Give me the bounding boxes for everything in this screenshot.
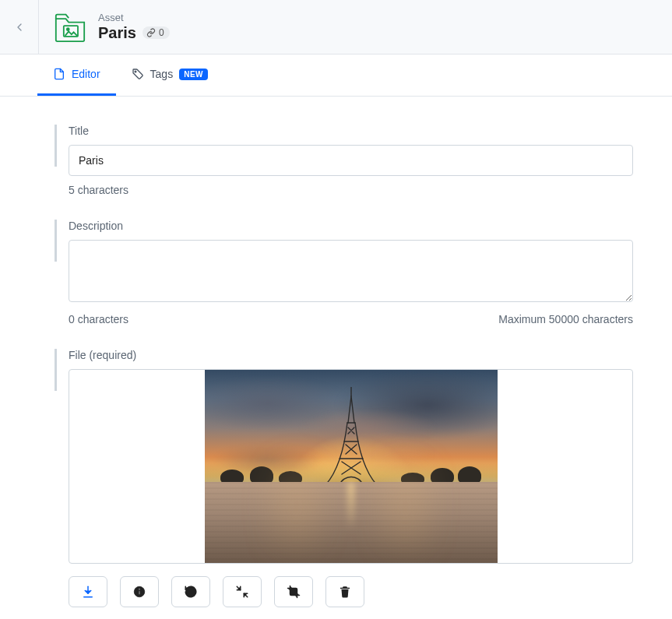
compress-icon: [235, 585, 249, 599]
field-title: Title 5 characters: [55, 125, 633, 196]
download-icon: [81, 585, 95, 599]
svg-point-2: [135, 71, 136, 72]
svg-point-1: [67, 28, 69, 30]
topbar: Asset Paris 0: [0, 0, 672, 55]
document-icon: [53, 68, 65, 80]
trash-icon: [338, 585, 352, 599]
info-icon: [132, 585, 146, 599]
description-char-count: 0 characters: [69, 313, 128, 325]
tag-icon: [132, 68, 144, 80]
description-label: Description: [69, 220, 633, 232]
description-char-max: Maximum 50000 characters: [498, 313, 633, 325]
delete-button[interactable]: [325, 576, 364, 607]
file-preview-box: [69, 369, 633, 564]
tab-tags[interactable]: Tags NEW: [116, 55, 223, 96]
title-label: Title: [69, 125, 633, 137]
field-file: File (required): [55, 349, 633, 607]
tab-editor-label: Editor: [72, 68, 100, 80]
new-badge: NEW: [179, 69, 208, 80]
chevron-left-icon: [13, 21, 26, 33]
image-actions: [69, 576, 633, 607]
rotate-button[interactable]: [171, 576, 210, 607]
rotate-icon: [184, 585, 198, 599]
download-button[interactable]: [69, 576, 107, 607]
asset-meta: Asset Paris 0: [98, 12, 170, 42]
tab-tags-label: Tags: [150, 68, 174, 80]
editor-body: Title 5 characters Description 0 charact…: [0, 97, 672, 619]
asset-type-icon: [51, 9, 89, 46]
incoming-links-badge[interactable]: 0: [142, 26, 170, 39]
incoming-links-count: 0: [159, 27, 164, 38]
field-description: Description 0 characters Maximum 50000 c…: [55, 220, 633, 325]
title-char-count: 5 characters: [69, 184, 128, 196]
file-label: File (required): [69, 349, 633, 361]
image-preview[interactable]: [205, 370, 498, 563]
crop-icon: [287, 585, 301, 599]
picture-folder-icon: [53, 12, 87, 43]
compress-button[interactable]: [223, 576, 262, 607]
tab-editor[interactable]: Editor: [37, 55, 116, 96]
title-input[interactable]: [69, 145, 633, 176]
description-input[interactable]: [69, 240, 633, 302]
link-icon: [146, 28, 156, 37]
asset-title: Paris: [98, 24, 136, 42]
svg-rect-8: [139, 591, 140, 595]
info-button[interactable]: [120, 576, 159, 607]
asset-kind-label: Asset: [98, 12, 170, 23]
crop-button[interactable]: [274, 576, 313, 607]
tabs: Editor Tags NEW: [0, 55, 672, 97]
svg-point-9: [139, 589, 140, 590]
back-button[interactable]: [0, 0, 39, 55]
